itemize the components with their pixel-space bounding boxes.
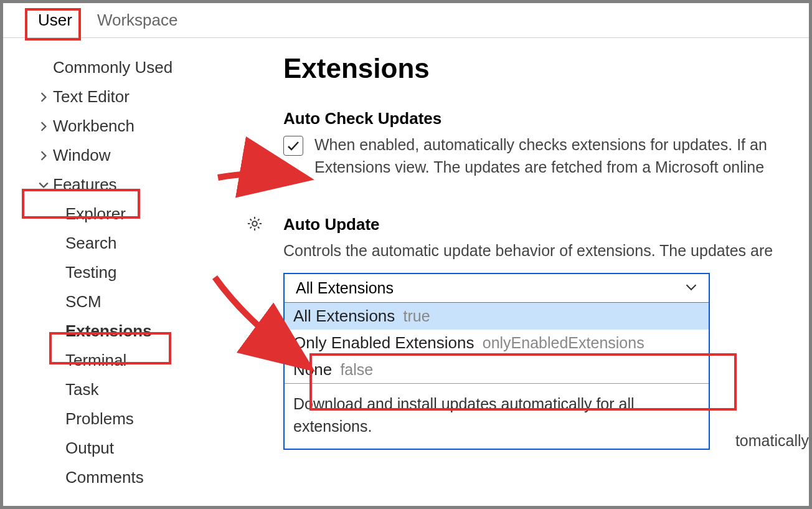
option-hint: false xyxy=(340,361,373,378)
sidebar-item-text-editor[interactable]: Text Editor xyxy=(28,82,271,112)
sidebar-item-scm[interactable]: SCM xyxy=(28,287,271,316)
auto-check-updates-checkbox[interactable] xyxy=(283,136,303,156)
select-option-description: Download and install updates automatical… xyxy=(285,384,709,449)
tab-user[interactable]: User xyxy=(26,6,85,37)
sidebar-label: Problems xyxy=(65,409,134,429)
sidebar-label: Comments xyxy=(65,468,144,487)
sidebar-label: Output xyxy=(65,439,114,458)
option-label: Only Enabled Extensions xyxy=(293,333,474,352)
setting-description: When enabled, automatically checks exten… xyxy=(314,133,809,179)
page-title: Extensions xyxy=(283,53,809,84)
sidebar-item-testing[interactable]: Testing xyxy=(28,258,271,287)
chevron-right-icon xyxy=(34,150,53,161)
select-option-only-enabled[interactable]: Only Enabled Extensions onlyEnabledExten… xyxy=(285,330,709,356)
sidebar-label: Window xyxy=(53,146,110,165)
cutoff-text: tomatically xyxy=(735,432,809,450)
option-label: All Extensions xyxy=(293,307,395,325)
sidebar-item-explorer[interactable]: Explorer xyxy=(28,199,271,229)
settings-sidebar: Commonly Used Text Editor Workbench xyxy=(3,53,271,492)
chevron-down-icon xyxy=(685,279,697,297)
option-label: None xyxy=(293,360,332,379)
select-option-none[interactable]: None false xyxy=(285,356,709,383)
settings-scope-tabs: User Workspace xyxy=(3,3,809,38)
sidebar-item-problems[interactable]: Problems xyxy=(28,404,271,434)
setting-auto-check-updates: Auto Check Updates When enabled, automat… xyxy=(283,109,809,179)
sidebar-item-terminal[interactable]: Terminal xyxy=(28,346,271,375)
sidebar-item-window[interactable]: Window xyxy=(28,141,271,170)
sidebar-item-commonly-used[interactable]: Commonly Used xyxy=(28,53,271,82)
sidebar-label: Extensions xyxy=(65,321,152,341)
sidebar-label: Search xyxy=(65,234,116,253)
option-hint: onlyEnabledExtensions xyxy=(483,334,644,351)
chevron-right-icon xyxy=(34,92,53,103)
chevron-down-icon xyxy=(34,179,53,191)
sidebar-item-features[interactable]: Features xyxy=(28,170,271,199)
tab-workspace[interactable]: Workspace xyxy=(85,6,191,37)
select-current-label: All Extensions xyxy=(296,279,394,297)
sidebar-label: Testing xyxy=(65,263,116,282)
option-hint: true xyxy=(404,307,430,325)
check-icon xyxy=(286,138,301,153)
sidebar-item-workbench[interactable]: Workbench xyxy=(28,112,271,141)
select-current-value[interactable]: All Extensions xyxy=(285,274,709,303)
sidebar-label: Commonly Used xyxy=(53,58,172,77)
sidebar-item-task[interactable]: Task xyxy=(28,375,271,404)
sidebar-label: SCM xyxy=(65,292,102,312)
chevron-right-icon xyxy=(34,121,53,132)
gear-icon[interactable] xyxy=(246,215,263,235)
settings-content: Extensions Auto Check Updates When enabl… xyxy=(271,53,809,492)
select-option-all-extensions[interactable]: All Extensions true xyxy=(285,303,709,330)
sidebar-item-extensions[interactable]: Extensions xyxy=(28,316,271,346)
sidebar-item-output[interactable]: Output xyxy=(28,434,271,463)
sidebar-item-search[interactable]: Search xyxy=(28,229,271,258)
svg-point-0 xyxy=(252,221,257,226)
setting-title: Auto Check Updates xyxy=(283,109,809,128)
setting-description: Controls the automatic update behavior o… xyxy=(283,239,809,262)
setting-title: Auto Update xyxy=(283,215,809,234)
sidebar-label: Text Editor xyxy=(53,87,130,107)
sidebar-label: Explorer xyxy=(65,204,126,224)
sidebar-label: Task xyxy=(65,380,98,399)
sidebar-item-comments[interactable]: Comments xyxy=(28,463,271,492)
sidebar-label: Terminal xyxy=(65,351,126,370)
setting-auto-update: Auto Update Controls the automatic updat… xyxy=(283,215,809,450)
sidebar-label: Features xyxy=(53,175,117,194)
sidebar-label: Workbench xyxy=(53,117,135,136)
auto-update-select[interactable]: All Extensions All Extensions true Only … xyxy=(283,273,710,450)
